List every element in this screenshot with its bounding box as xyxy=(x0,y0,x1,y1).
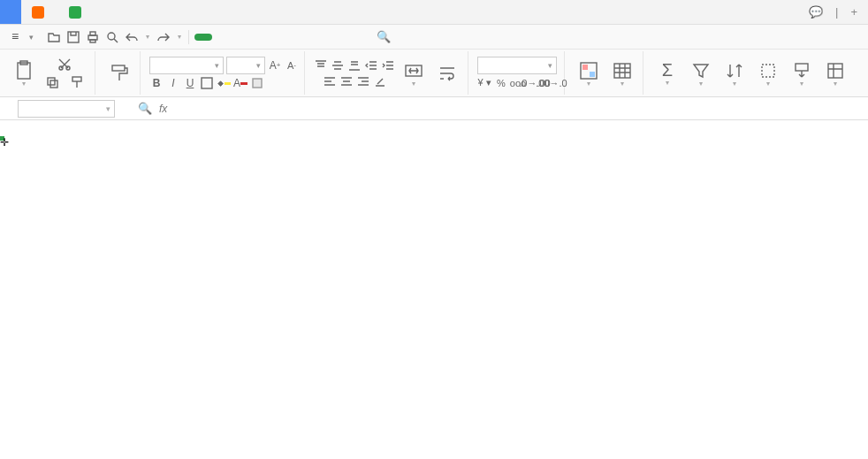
format-painter-icon xyxy=(70,75,84,89)
align-right-icon[interactable] xyxy=(356,74,370,88)
ribbon-tabs xyxy=(194,34,368,41)
filter-button[interactable]: ▾ xyxy=(686,58,716,88)
bold-button[interactable]: B xyxy=(149,76,164,90)
fill-down-icon xyxy=(791,60,812,81)
conditional-format-button[interactable]: ▾ xyxy=(574,58,604,88)
fill-handle[interactable] xyxy=(0,136,4,141)
align-center-icon[interactable] xyxy=(339,74,354,88)
ribbon-tab-pagelayout[interactable] xyxy=(233,34,251,41)
open-icon[interactable] xyxy=(47,30,61,44)
italic-button[interactable]: I xyxy=(166,76,180,90)
chevron-down-icon: ▾ xyxy=(215,61,219,70)
table-style-button[interactable]: ▾ xyxy=(607,58,637,88)
sum-button[interactable]: Σ▾ xyxy=(652,58,682,88)
align-left-icon[interactable] xyxy=(323,74,337,88)
chevron-down-icon: ▾ xyxy=(29,33,34,42)
font-color-button[interactable]: A xyxy=(233,76,247,90)
redo-icon[interactable] xyxy=(156,30,171,44)
ribbon-tab-view[interactable] xyxy=(311,34,329,41)
svg-rect-22 xyxy=(828,64,842,78)
undo-icon[interactable] xyxy=(125,30,139,44)
tab-workbook[interactable] xyxy=(58,0,95,24)
font-size-select[interactable]: ▾ xyxy=(226,57,265,74)
rows-cols-icon xyxy=(825,60,846,81)
svg-rect-19 xyxy=(614,64,630,78)
undo-dropdown-icon[interactable]: ▾ xyxy=(144,30,151,44)
currency-icon[interactable]: ¥ ▾ xyxy=(477,76,491,90)
group-clipboard: ▾ xyxy=(4,51,95,95)
svg-rect-11 xyxy=(72,77,81,81)
highlight-button[interactable] xyxy=(250,76,264,90)
ribbon-tab-review[interactable] xyxy=(292,34,309,41)
svg-rect-2 xyxy=(90,32,95,35)
decrease-indent-icon[interactable] xyxy=(364,58,378,73)
hamburger-icon xyxy=(11,31,22,43)
svg-rect-10 xyxy=(50,80,57,88)
svg-rect-17 xyxy=(582,65,588,70)
name-box[interactable]: ▾ xyxy=(18,100,115,118)
orientation-icon[interactable] xyxy=(373,74,387,88)
rows-cols-button[interactable]: ▾ xyxy=(820,58,850,88)
group-styles: ▾ ▾ xyxy=(568,51,643,95)
align-top-icon[interactable] xyxy=(314,58,328,73)
fx-icon[interactable]: fx xyxy=(159,103,167,115)
tab-docer[interactable] xyxy=(21,0,58,24)
font-name-select[interactable]: ▾ xyxy=(149,57,224,74)
print-icon[interactable] xyxy=(86,30,100,44)
underline-button[interactable]: U xyxy=(183,76,197,90)
filter-icon xyxy=(690,60,712,81)
cut-button[interactable] xyxy=(55,57,77,73)
svg-rect-1 xyxy=(88,35,97,40)
increase-indent-icon[interactable] xyxy=(381,58,395,73)
fill-color-button[interactable] xyxy=(217,76,231,90)
align-bottom-icon[interactable] xyxy=(347,58,362,73)
lookup-icon[interactable]: 🔍 xyxy=(138,102,152,115)
copy-icon xyxy=(45,75,59,89)
spreadsheet-grid[interactable]: ✛ xyxy=(0,120,868,136)
format-button[interactable]: ▾ xyxy=(753,58,783,88)
align-middle-icon[interactable] xyxy=(331,58,345,73)
svg-rect-14 xyxy=(253,79,262,88)
save-icon[interactable] xyxy=(66,30,80,44)
ribbon-tab-data[interactable] xyxy=(272,34,290,41)
redo-dropdown-icon[interactable]: ▾ xyxy=(176,30,183,44)
wrap-text-button[interactable] xyxy=(432,61,462,86)
decrease-font-icon[interactable]: A- xyxy=(285,58,299,73)
svg-rect-18 xyxy=(590,72,595,77)
spreadsheet-icon xyxy=(69,6,81,19)
system-buttons: 💬 | + xyxy=(798,5,868,19)
new-tab-button[interactable]: + xyxy=(850,5,857,19)
paste-button[interactable]: ▾ xyxy=(9,58,39,88)
border-button[interactable] xyxy=(200,76,214,90)
ribbon-tab-start[interactable] xyxy=(194,34,212,41)
merge-center-button[interactable]: ▾ xyxy=(399,58,429,88)
docer-icon xyxy=(32,6,44,19)
number-format-select[interactable]: ▾ xyxy=(477,57,557,74)
ribbon-tab-dev[interactable] xyxy=(331,34,348,41)
decrease-decimal-icon[interactable]: .00→.0 xyxy=(544,76,559,90)
ribbon-tab-formula[interactable] xyxy=(253,34,270,41)
format-painter-button[interactable] xyxy=(67,74,89,90)
chevron-down-icon: ▾ xyxy=(548,61,552,70)
ribbon-tab-special[interactable] xyxy=(350,34,368,41)
svg-rect-13 xyxy=(202,78,212,88)
window-tab-bar: 💬 | + xyxy=(0,0,868,25)
messages-icon[interactable]: 💬 xyxy=(809,5,823,19)
merge-icon xyxy=(403,60,424,81)
print-preview-icon[interactable] xyxy=(105,30,119,44)
increase-font-icon[interactable]: A+ xyxy=(268,58,282,73)
quick-access-toolbar: ▾ ▾ xyxy=(42,30,189,44)
ribbon-tab-insert[interactable] xyxy=(214,34,232,41)
percent-icon[interactable]: % xyxy=(494,76,508,90)
svg-rect-9 xyxy=(48,78,55,85)
format-painter-big-button[interactable] xyxy=(104,61,134,86)
find-button[interactable]: 🔍 xyxy=(377,30,394,43)
file-menu-button[interactable]: ▾ xyxy=(5,27,40,47)
copy-button[interactable] xyxy=(42,74,65,90)
conditional-format-icon xyxy=(578,60,599,81)
svg-rect-3 xyxy=(90,40,95,42)
sort-button[interactable]: ▾ xyxy=(720,58,750,88)
tab-home[interactable] xyxy=(0,0,21,24)
ribbon: ▾ ▾ ▾ A+ A- B I U xyxy=(0,50,868,97)
fill-button[interactable]: ▾ xyxy=(787,58,817,88)
